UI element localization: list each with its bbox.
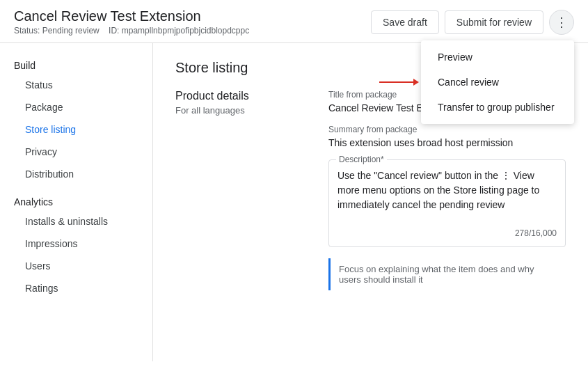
summary-package-label: Summary from package <box>328 125 566 134</box>
dropdown-item-transfer[interactable]: Transfer to group publisher <box>421 95 574 120</box>
sidebar: Build Status Package Store listing Priva… <box>0 43 153 361</box>
sidebar-item-ratings[interactable]: Ratings <box>0 277 152 299</box>
dropdown-menu: Preview Cancel review Transfer to group … <box>421 40 574 124</box>
status-text: Status: Pending review <box>14 26 100 36</box>
sidebar-item-distribution[interactable]: Distribution <box>0 163 152 185</box>
summary-package-value: This extension uses broad host permissio… <box>328 137 566 148</box>
page-title: Cancel Review Test Extension <box>14 8 249 24</box>
description-count: 278/16,000 <box>337 228 557 238</box>
header-subtitle: Status: Pending review ID: mpampllnbpmjp… <box>14 26 249 36</box>
dropdown-preview-label: Preview <box>438 52 472 63</box>
product-details-subtitle: For all languages <box>175 105 301 116</box>
description-label: Description* <box>336 155 387 164</box>
dropdown-item-preview[interactable]: Preview <box>421 45 574 70</box>
product-details-title: Product details <box>175 90 301 102</box>
build-section-title: Build <box>0 54 152 74</box>
description-box: Description* Use the "Cancel review" but… <box>328 159 566 247</box>
more-icon: ⋮ <box>555 15 568 30</box>
sidebar-item-users[interactable]: Users <box>0 255 152 277</box>
header-left: Cancel Review Test Extension Status: Pen… <box>14 8 249 36</box>
dropdown-cancel-review-label: Cancel review <box>438 77 499 88</box>
id-text: ID: mpampllnbpmjpofipbjcidblopdcppc <box>109 26 249 36</box>
dropdown-item-cancel-review[interactable]: Cancel review <box>421 70 574 95</box>
save-draft-button[interactable]: Save draft <box>371 10 439 34</box>
sidebar-item-status[interactable]: Status <box>0 74 152 96</box>
sidebar-item-impressions[interactable]: Impressions <box>0 233 152 255</box>
header-actions: Save draft Submit for review ⋮ Preview C… <box>371 10 574 35</box>
description-text[interactable]: Use the "Cancel review" button in the ⋮ … <box>337 168 557 224</box>
hint-box: Focus on explaining what the item does a… <box>328 258 566 290</box>
sidebar-item-store-listing[interactable]: Store listing <box>0 118 152 141</box>
analytics-section-title: Analytics <box>0 191 152 210</box>
submit-review-button[interactable]: Submit for review <box>445 10 543 34</box>
dropdown-transfer-label: Transfer to group publisher <box>438 102 555 113</box>
more-options-button[interactable]: ⋮ <box>549 10 574 35</box>
hint-text: Focus on explaining what the item does a… <box>339 264 534 285</box>
sidebar-item-package[interactable]: Package <box>0 96 152 118</box>
cancel-review-arrow <box>379 79 419 86</box>
sidebar-item-installs[interactable]: Installs & uninstalls <box>0 210 152 233</box>
product-left: Product details For all languages <box>175 90 301 290</box>
sidebar-item-privacy[interactable]: Privacy <box>0 141 152 163</box>
header: Cancel Review Test Extension Status: Pen… <box>0 0 588 43</box>
